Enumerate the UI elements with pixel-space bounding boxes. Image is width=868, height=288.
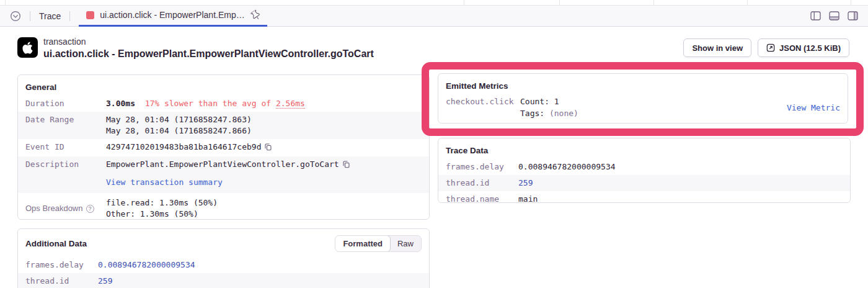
duration-comparison: 17% slower than the avg of [145,99,272,108]
format-toggle: Formatted Raw [335,235,422,252]
drawer-tab-bar: Trace ui.action.click - EmpowerPlant.Emp… [0,6,868,27]
table-row: frames.delay 0.008946782000009534 [18,257,429,273]
additional-data-section: Additional Data Formatted Raw frames.del… [17,228,430,288]
grid-divider [851,0,851,5]
event-type-label: transaction [43,36,374,47]
copy-icon[interactable] [264,143,272,154]
row-value: 259 [98,276,422,287]
tab-divider [30,11,30,21]
table-row: thread.name main [438,191,850,203]
show-in-view-button[interactable]: Show in view [683,38,751,57]
ops-breakdown-value: file.read: 1.30ms (50%) Other: 1.30ms (5… [106,197,422,220]
event-id-value: 429747102019483ba81ba164617ceb9d [106,142,422,154]
layout-left-panel-icon[interactable] [810,11,821,20]
row-value: 0.008946782000009534 [518,161,843,173]
header-actions: Show in view JSON (12.5 KiB) [683,38,849,57]
row-key: frames.delay [446,161,518,173]
tab-transaction-active[interactable]: ui.action.click - EmpowerPlant.Emp… [79,6,267,27]
grid-divider [653,0,654,5]
additional-data-heading: Additional Data [25,239,87,248]
active-tab-label: ui.action.click - EmpowerPlant.Emp… [100,10,244,20]
row-key: thread.name [446,194,518,203]
row-duration: Duration 3.00ms 17% slower than the avg … [18,96,429,112]
view-metric-link[interactable]: View Metric [787,102,840,114]
grid-divider [559,0,560,5]
row-key: thread.id [446,178,518,189]
row-event-id: Event ID 429747102019483ba81ba164617ceb9… [18,139,429,156]
tab-trace[interactable]: Trace [39,11,61,21]
external-link-icon [766,43,775,52]
toggle-raw[interactable]: Raw [390,236,421,251]
transaction-color-swatch-icon [86,11,94,19]
drawer-layout-controls [810,11,858,20]
toggle-formatted[interactable]: Formatted [335,235,391,252]
layout-bottom-panel-icon[interactable] [829,11,839,20]
trace-data-section: Trace Data frames.delay 0.00894678200000… [438,138,851,203]
duration-avg[interactable]: 2.56ms [276,99,305,109]
table-row: thread.id 259 [18,273,429,288]
row-value: 259 [518,178,843,189]
row-key: thread.id [25,276,98,287]
collapse-chevron-icon[interactable] [10,11,21,22]
event-header: transaction ui.action.click - EmpowerPla… [43,36,374,60]
tab-divider [69,11,70,21]
row-value: main [518,194,843,203]
description-key: Description [25,159,106,188]
additional-data-header: Additional Data Formatted Raw [25,235,422,252]
grid-divider [5,0,6,5]
table-row: frames.delay 0.008946782000009534 [438,159,850,175]
json-download-button[interactable]: JSON (12.5 KiB) [758,38,849,57]
trace-data-heading: Trace Data [446,146,843,155]
date-range-value: May 28, 01:04 (1716858247.863) May 28, 0… [106,114,422,137]
general-heading: General [25,83,422,92]
layout-right-panel-icon[interactable] [848,11,858,20]
row-value: 0.008946782000009534 [98,259,422,271]
grid-divider [464,0,464,5]
ops-breakdown-key: Ops Breakdown ? [25,197,106,220]
pin-icon[interactable] [250,9,262,21]
grid-divider [747,0,748,5]
emitted-metrics-heading: Emitted Metrics [446,81,840,91]
apple-platform-icon [17,37,38,58]
event-id-key: Event ID [25,142,106,154]
emitted-metrics-section: Emitted Metrics checkout.click Count: 1 … [438,73,848,124]
table-row: thread.id 259 [438,175,850,191]
date-range-key: Date Range [25,114,106,137]
page-title: ui.action.click - EmpowerPlant.EmpowerPl… [43,48,374,60]
row-ops-breakdown: Ops Breakdown ? file.read: 1.30ms (50%) … [18,193,429,220]
duration-key: Duration [25,98,106,109]
general-section: General Duration 3.00ms 17% slower than … [17,74,430,220]
metric-details: Count: 1 Tags: (none) [520,96,787,119]
copy-icon[interactable] [342,160,350,171]
duration-value: 3.00ms 17% slower than the avg of 2.56ms [106,98,422,109]
metric-row: checkout.click Count: 1 Tags: (none) Vie… [438,94,848,123]
description-value: EmpowerPlant.EmpowerPlantViewController.… [106,159,422,188]
view-transaction-summary-link[interactable]: View transaction summary [106,177,422,188]
help-icon[interactable]: ? [86,205,94,213]
row-description: Description EmpowerPlant.EmpowerPlantVie… [18,156,429,193]
row-key: frames.delay [25,259,98,271]
row-date-range: Date Range May 28, 01:04 (1716858247.863… [18,112,429,139]
metric-name: checkout.click [446,96,520,107]
